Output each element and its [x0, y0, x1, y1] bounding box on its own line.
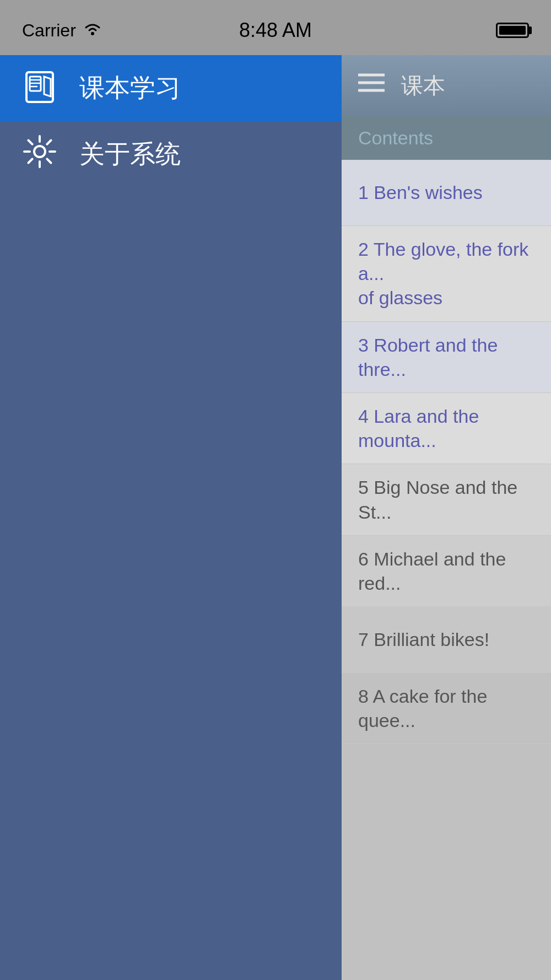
panel-header-title: 课本 — [401, 71, 445, 101]
list-item[interactable]: 5 Big Nose and the St... — [342, 464, 551, 535]
list-item-text-3: 3 Robert and the thre... — [358, 333, 534, 381]
contents-header: Contents — [342, 116, 551, 160]
list-item-text-4: 4 Lara and the mounta... — [358, 404, 534, 453]
list-item[interactable]: 1 Ben's wishes — [342, 160, 551, 226]
list-item[interactable]: 6 Michael and the red... — [342, 536, 551, 607]
contents-label: Contents — [358, 127, 433, 149]
list-item-text-8: 8 A cake for the quee... — [358, 684, 534, 733]
content-panel: 课本 Contents 1 Ben's wishes 2 The glove, … — [342, 55, 551, 980]
sidebar-item-about[interactable]: 关于系统 — [0, 121, 342, 187]
list-item[interactable]: 4 Lara and the mounta... — [342, 393, 551, 464]
list-item-text-5: 5 Big Nose and the St... — [358, 475, 534, 524]
battery-indicator — [496, 23, 529, 38]
svg-point-6 — [34, 146, 45, 157]
wifi-icon — [83, 20, 102, 41]
list-item[interactable]: 8 A cake for the quee... — [342, 673, 551, 744]
list-item-text-6: 6 Michael and the red... — [358, 547, 534, 595]
status-bar: Carrier 8:48 AM — [0, 0, 551, 55]
hamburger-icon[interactable] — [358, 72, 385, 99]
sidebar-item-label-textbook: 课本学习 — [79, 71, 181, 105]
carrier-label: Carrier — [22, 20, 76, 41]
list-item-text-1: 1 Ben's wishes — [358, 180, 483, 204]
battery-shape — [496, 23, 529, 38]
sidebar-item-textbook[interactable]: 课本学习 — [0, 55, 342, 121]
list-item[interactable]: 7 Brilliant bikes! — [342, 607, 551, 673]
list-item[interactable]: 3 Robert and the thre... — [342, 322, 551, 393]
sidebar-item-label-about: 关于系统 — [79, 137, 181, 171]
battery-fill — [499, 26, 526, 35]
list-item-text-7: 7 Brilliant bikes! — [358, 627, 489, 651]
status-time: 8:48 AM — [239, 19, 312, 42]
carrier-info: Carrier — [22, 20, 102, 41]
main-container: 课本学习 关于系统 — [0, 55, 551, 980]
list-item[interactable]: 2 The glove, the fork a...of glasses — [342, 226, 551, 322]
book-icon — [22, 68, 57, 109]
svg-point-0 — [91, 32, 94, 35]
gear-icon — [22, 134, 57, 175]
content-inner: 课本 Contents 1 Ben's wishes 2 The glove, … — [342, 55, 551, 744]
list-item-text-2: 2 The glove, the fork a...of glasses — [358, 237, 534, 310]
panel-header: 课本 — [342, 55, 551, 116]
sidebar: 课本学习 关于系统 — [0, 55, 342, 980]
